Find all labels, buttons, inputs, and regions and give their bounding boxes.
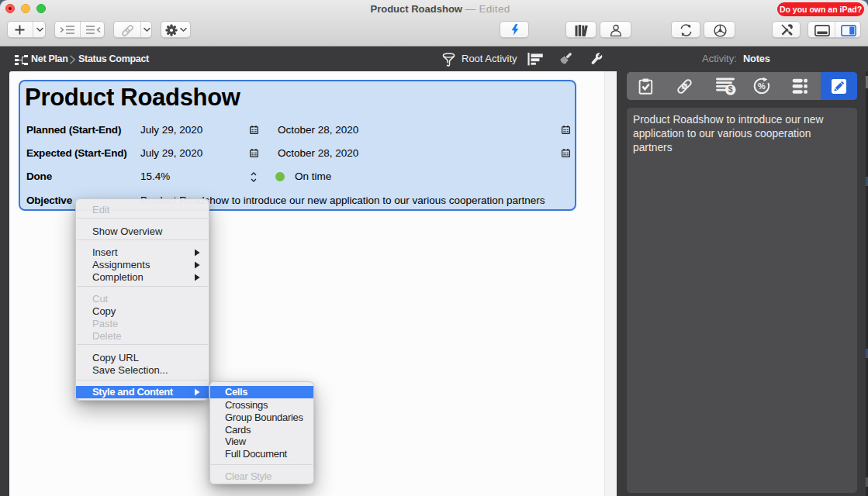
svg-text:$: $ bbox=[728, 84, 733, 94]
svg-text:%: % bbox=[758, 81, 766, 91]
